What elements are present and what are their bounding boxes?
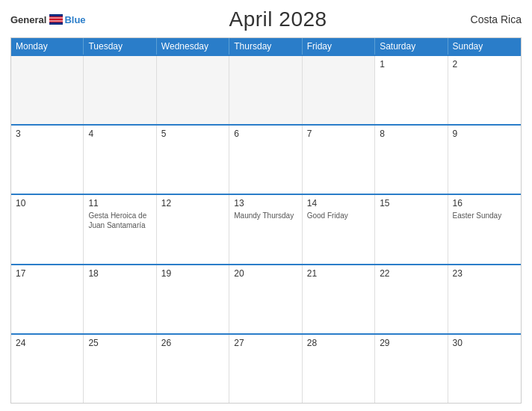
day-number: 26 <box>161 338 224 348</box>
day-cell <box>84 56 156 124</box>
day-number: 24 <box>16 338 78 348</box>
header-friday: Friday <box>303 38 375 55</box>
day-number: 29 <box>380 338 442 348</box>
day-number: 2 <box>453 59 516 69</box>
week-row-2: 3 4 5 6 7 8 9 <box>11 124 521 194</box>
day-cell: 27 <box>229 335 302 403</box>
day-event: Good Friday <box>307 211 370 220</box>
day-cell: 12 <box>157 195 229 263</box>
logo-flag-icon <box>49 14 63 25</box>
header-sunday: Sunday <box>448 38 521 55</box>
header: General Blue April 2028 Costa Rica <box>10 7 522 31</box>
day-event: Gesta Heroica de Juan Santamaría <box>88 211 151 230</box>
week-row-5: 24 25 26 27 28 29 30 <box>11 333 521 403</box>
day-number: 14 <box>307 198 370 208</box>
day-cell: 11 Gesta Heroica de Juan Santamaría <box>84 195 156 263</box>
day-headers-row: Monday Tuesday Wednesday Thursday Friday… <box>11 38 521 55</box>
day-number: 1 <box>380 59 442 69</box>
day-number: 9 <box>453 129 516 139</box>
day-cell: 26 <box>157 335 229 403</box>
day-number: 30 <box>453 338 516 348</box>
day-event: Maundy Thursday <box>234 211 297 220</box>
week-row-4: 17 18 19 20 21 22 23 <box>11 264 521 333</box>
day-cell: 4 <box>84 126 156 194</box>
day-number: 7 <box>307 129 370 139</box>
header-thursday: Thursday <box>229 38 302 55</box>
week-row-3: 10 11 Gesta Heroica de Juan Santamaría 1… <box>11 194 521 263</box>
header-monday: Monday <box>11 38 84 55</box>
header-wednesday: Wednesday <box>157 38 229 55</box>
header-saturday: Saturday <box>375 38 448 55</box>
day-number: 27 <box>234 338 297 348</box>
day-cell: 2 <box>448 56 521 124</box>
logo-general: General <box>10 15 46 25</box>
day-number: 20 <box>234 268 297 279</box>
day-number: 21 <box>307 268 370 279</box>
day-cell: 1 <box>375 56 448 124</box>
day-cell: 10 <box>11 195 84 263</box>
day-number: 23 <box>453 268 516 279</box>
country-label: Costa Rica <box>471 13 522 25</box>
calendar-title: April 2028 <box>229 7 327 31</box>
day-number: 19 <box>161 268 224 279</box>
day-cell <box>303 56 375 124</box>
logo-blue: Blue <box>64 15 85 25</box>
day-cell: 3 <box>11 126 84 194</box>
day-cell: 17 <box>11 265 84 333</box>
week-row-1: 1 2 <box>11 55 521 124</box>
logo: General Blue <box>10 14 86 25</box>
day-number: 25 <box>88 338 151 348</box>
day-cell: 24 <box>11 335 84 403</box>
day-number: 11 <box>88 198 151 208</box>
day-cell: 29 <box>375 335 448 403</box>
day-cell: 21 <box>303 265 375 333</box>
day-cell <box>157 56 229 124</box>
day-number: 4 <box>88 129 151 139</box>
calendar-grid: Monday Tuesday Wednesday Thursday Friday… <box>10 37 522 404</box>
day-cell: 25 <box>84 335 156 403</box>
day-number: 18 <box>88 268 151 279</box>
day-number: 5 <box>161 129 224 139</box>
day-number: 12 <box>161 198 224 208</box>
day-cell: 7 <box>303 126 375 194</box>
day-cell: 14 Good Friday <box>303 195 375 263</box>
day-cell: 6 <box>229 126 302 194</box>
day-cell: 15 <box>375 195 448 263</box>
day-cell: 30 <box>448 335 521 403</box>
day-cell: 20 <box>229 265 302 333</box>
day-number: 22 <box>380 268 442 279</box>
day-number: 8 <box>380 129 442 139</box>
day-cell: 8 <box>375 126 448 194</box>
calendar-weeks: 1 2 3 4 5 6 <box>11 55 521 403</box>
svg-rect-3 <box>49 19 63 21</box>
day-cell: 13 Maundy Thursday <box>229 195 302 263</box>
day-cell: 22 <box>375 265 448 333</box>
day-number: 15 <box>380 198 442 208</box>
day-cell: 28 <box>303 335 375 403</box>
day-cell: 23 <box>448 265 521 333</box>
day-cell <box>11 56 84 124</box>
day-cell: 5 <box>157 126 229 194</box>
day-number: 28 <box>307 338 370 348</box>
day-number: 6 <box>234 129 297 139</box>
day-number: 3 <box>16 129 78 139</box>
day-number: 13 <box>234 198 297 208</box>
day-event: Easter Sunday <box>453 211 516 220</box>
day-number: 17 <box>16 268 78 279</box>
day-cell <box>229 56 302 124</box>
calendar-page: General Blue April 2028 Costa Rica Monda… <box>0 0 532 411</box>
header-tuesday: Tuesday <box>84 38 156 55</box>
day-cell: 9 <box>448 126 521 194</box>
day-cell: 16 Easter Sunday <box>448 195 521 263</box>
day-number: 10 <box>16 198 78 208</box>
day-cell: 18 <box>84 265 156 333</box>
day-cell: 19 <box>157 265 229 333</box>
day-number: 16 <box>453 198 516 208</box>
